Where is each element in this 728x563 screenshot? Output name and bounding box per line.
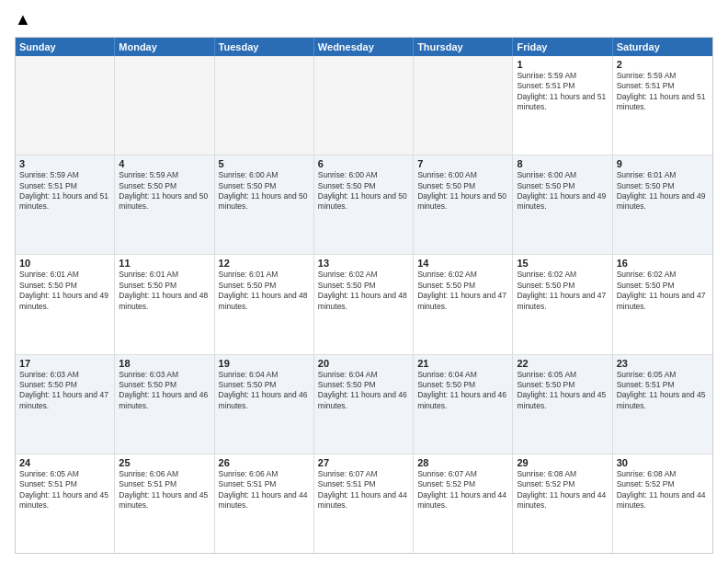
calendar-cell: 1Sunrise: 5:59 AM Sunset: 5:51 PM Daylig… (513, 56, 612, 155)
calendar-row: 3Sunrise: 5:59 AM Sunset: 5:51 PM Daylig… (16, 155, 712, 254)
day-number: 10 (19, 258, 110, 269)
cell-details: Sunrise: 6:00 AM Sunset: 5:50 PM Dayligh… (219, 170, 310, 213)
day-header-saturday: Saturday (613, 38, 712, 56)
calendar-cell: 25Sunrise: 6:06 AM Sunset: 5:51 PM Dayli… (115, 454, 214, 553)
day-number: 7 (417, 158, 508, 169)
calendar-body: 1Sunrise: 5:59 AM Sunset: 5:51 PM Daylig… (16, 56, 712, 553)
day-header-sunday: Sunday (16, 38, 115, 56)
day-number: 24 (19, 457, 110, 468)
day-header-thursday: Thursday (414, 38, 513, 56)
day-number: 17 (19, 358, 110, 369)
day-number: 5 (219, 158, 310, 169)
calendar-cell: 16Sunrise: 6:02 AM Sunset: 5:50 PM Dayli… (613, 255, 712, 353)
cell-details: Sunrise: 6:02 AM Sunset: 5:50 PM Dayligh… (617, 270, 709, 312)
cell-details: Sunrise: 6:00 AM Sunset: 5:50 PM Dayligh… (318, 170, 409, 213)
calendar-cell (314, 56, 414, 155)
cell-details: Sunrise: 6:02 AM Sunset: 5:50 PM Dayligh… (318, 270, 409, 312)
cell-details: Sunrise: 6:06 AM Sunset: 5:51 PM Dayligh… (219, 469, 310, 511)
cell-details: Sunrise: 6:08 AM Sunset: 5:52 PM Dayligh… (617, 469, 709, 511)
calendar-cell: 29Sunrise: 6:08 AM Sunset: 5:52 PM Dayli… (513, 454, 612, 553)
calendar-cell: 21Sunrise: 6:04 AM Sunset: 5:50 PM Dayli… (414, 355, 513, 454)
header: ▲ (15, 11, 713, 29)
day-number: 30 (617, 457, 709, 468)
day-number: 3 (19, 158, 110, 169)
day-number: 22 (517, 358, 608, 369)
cell-details: Sunrise: 6:01 AM Sunset: 5:50 PM Dayligh… (617, 170, 709, 213)
calendar-cell: 12Sunrise: 6:01 AM Sunset: 5:50 PM Dayli… (215, 255, 314, 353)
cell-details: Sunrise: 5:59 AM Sunset: 5:50 PM Dayligh… (119, 170, 210, 213)
day-number: 23 (617, 358, 709, 369)
calendar-cell: 27Sunrise: 6:07 AM Sunset: 5:51 PM Dayli… (314, 454, 414, 553)
day-number: 29 (517, 457, 608, 468)
day-number: 15 (517, 258, 608, 269)
day-number: 11 (119, 258, 210, 269)
day-number: 2 (617, 59, 709, 70)
calendar-header: SundayMondayTuesdayWednesdayThursdayFrid… (16, 38, 712, 56)
cell-details: Sunrise: 6:05 AM Sunset: 5:51 PM Dayligh… (617, 370, 709, 412)
day-number: 19 (219, 358, 310, 369)
cell-details: Sunrise: 6:05 AM Sunset: 5:51 PM Dayligh… (19, 469, 110, 511)
cell-details: Sunrise: 6:05 AM Sunset: 5:50 PM Dayligh… (517, 370, 608, 412)
calendar-cell: 7Sunrise: 6:00 AM Sunset: 5:50 PM Daylig… (414, 155, 513, 254)
day-number: 6 (318, 158, 409, 169)
calendar-cell: 6Sunrise: 6:00 AM Sunset: 5:50 PM Daylig… (314, 155, 414, 254)
calendar-cell: 10Sunrise: 6:01 AM Sunset: 5:50 PM Dayli… (16, 255, 115, 353)
cell-details: Sunrise: 6:03 AM Sunset: 5:50 PM Dayligh… (119, 370, 210, 412)
day-number: 18 (119, 358, 210, 369)
day-header-friday: Friday (513, 38, 612, 56)
cell-details: Sunrise: 6:00 AM Sunset: 5:50 PM Dayligh… (517, 170, 608, 213)
calendar-cell: 13Sunrise: 6:02 AM Sunset: 5:50 PM Dayli… (314, 255, 414, 353)
cell-details: Sunrise: 6:00 AM Sunset: 5:50 PM Dayligh… (417, 170, 508, 213)
day-number: 28 (417, 457, 508, 468)
calendar-cell: 23Sunrise: 6:05 AM Sunset: 5:51 PM Dayli… (613, 355, 712, 454)
cell-details: Sunrise: 6:02 AM Sunset: 5:50 PM Dayligh… (517, 270, 608, 312)
calendar: SundayMondayTuesdayWednesdayThursdayFrid… (15, 37, 713, 554)
calendar-cell: 28Sunrise: 6:07 AM Sunset: 5:52 PM Dayli… (414, 454, 513, 553)
calendar-row: 24Sunrise: 6:05 AM Sunset: 5:51 PM Dayli… (16, 454, 712, 553)
day-number: 12 (219, 258, 310, 269)
cell-details: Sunrise: 6:01 AM Sunset: 5:50 PM Dayligh… (19, 270, 110, 312)
calendar-cell: 22Sunrise: 6:05 AM Sunset: 5:50 PM Dayli… (513, 355, 612, 454)
cell-details: Sunrise: 5:59 AM Sunset: 5:51 PM Dayligh… (617, 71, 709, 113)
calendar-cell (16, 56, 115, 155)
cell-details: Sunrise: 6:04 AM Sunset: 5:50 PM Dayligh… (417, 370, 508, 412)
calendar-row: 10Sunrise: 6:01 AM Sunset: 5:50 PM Dayli… (16, 254, 712, 353)
cell-details: Sunrise: 6:04 AM Sunset: 5:50 PM Dayligh… (318, 370, 409, 412)
calendar-cell: 30Sunrise: 6:08 AM Sunset: 5:52 PM Dayli… (613, 454, 712, 553)
cell-details: Sunrise: 6:03 AM Sunset: 5:50 PM Dayligh… (19, 370, 110, 412)
calendar-cell: 26Sunrise: 6:06 AM Sunset: 5:51 PM Dayli… (215, 454, 314, 553)
calendar-row: 17Sunrise: 6:03 AM Sunset: 5:50 PM Dayli… (16, 354, 712, 454)
day-number: 9 (617, 158, 709, 169)
cell-details: Sunrise: 5:59 AM Sunset: 5:51 PM Dayligh… (19, 170, 110, 213)
page: ▲ SundayMondayTuesdayWednesdayThursdayFr… (0, 0, 728, 563)
calendar-cell: 15Sunrise: 6:02 AM Sunset: 5:50 PM Dayli… (513, 255, 612, 353)
day-number: 14 (417, 258, 508, 269)
calendar-cell: 19Sunrise: 6:04 AM Sunset: 5:50 PM Dayli… (215, 355, 314, 454)
calendar-row: 1Sunrise: 5:59 AM Sunset: 5:51 PM Daylig… (16, 56, 712, 155)
calendar-cell: 3Sunrise: 5:59 AM Sunset: 5:51 PM Daylig… (16, 155, 115, 254)
logo-text: ▲ (15, 11, 31, 29)
calendar-cell: 8Sunrise: 6:00 AM Sunset: 5:50 PM Daylig… (513, 155, 612, 254)
calendar-cell (115, 56, 214, 155)
cell-details: Sunrise: 6:02 AM Sunset: 5:50 PM Dayligh… (417, 270, 508, 312)
cell-details: Sunrise: 6:08 AM Sunset: 5:52 PM Dayligh… (517, 469, 608, 511)
calendar-cell: 14Sunrise: 6:02 AM Sunset: 5:50 PM Dayli… (414, 255, 513, 353)
calendar-cell: 24Sunrise: 6:05 AM Sunset: 5:51 PM Dayli… (16, 454, 115, 553)
logo: ▲ (15, 11, 31, 29)
day-number: 21 (417, 358, 508, 369)
calendar-cell: 5Sunrise: 6:00 AM Sunset: 5:50 PM Daylig… (215, 155, 314, 254)
day-number: 27 (318, 457, 409, 468)
day-number: 25 (119, 457, 210, 468)
day-number: 16 (617, 258, 709, 269)
day-header-tuesday: Tuesday (215, 38, 314, 56)
calendar-cell: 20Sunrise: 6:04 AM Sunset: 5:50 PM Dayli… (314, 355, 414, 454)
day-header-wednesday: Wednesday (314, 38, 414, 56)
day-number: 26 (219, 457, 310, 468)
cell-details: Sunrise: 6:04 AM Sunset: 5:50 PM Dayligh… (219, 370, 310, 412)
calendar-cell (414, 56, 513, 155)
calendar-cell (215, 56, 314, 155)
day-header-monday: Monday (115, 38, 214, 56)
day-number: 13 (318, 258, 409, 269)
calendar-cell: 18Sunrise: 6:03 AM Sunset: 5:50 PM Dayli… (115, 355, 214, 454)
cell-details: Sunrise: 5:59 AM Sunset: 5:51 PM Dayligh… (517, 71, 608, 113)
